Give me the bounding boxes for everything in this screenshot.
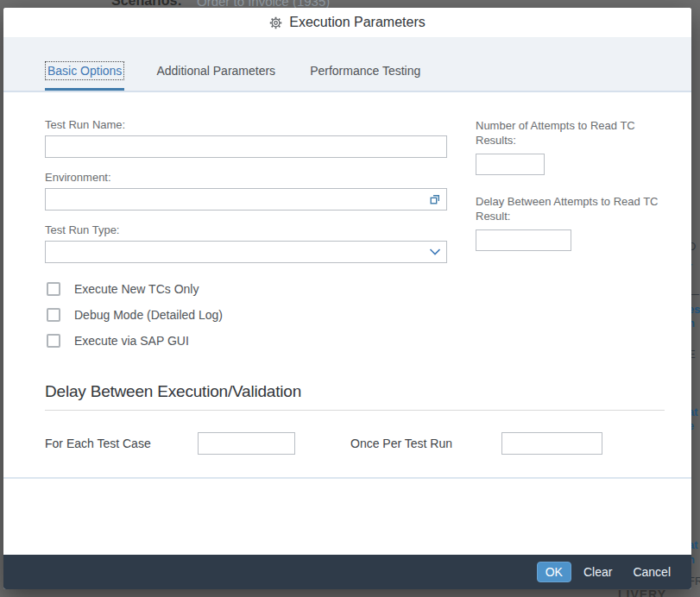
for-each-test-case-input[interactable] bbox=[198, 432, 295, 455]
dialog-footer: OK Clear Cancel bbox=[3, 555, 691, 589]
delay-section-title: Delay Between Execution/Validation bbox=[45, 382, 665, 401]
gear-icon bbox=[269, 16, 282, 29]
value-help-icon[interactable] bbox=[429, 193, 441, 205]
checkbox-box[interactable] bbox=[47, 308, 60, 322]
checkbox-execute-new-tcs-only[interactable]: Execute New TCs Only bbox=[45, 276, 447, 302]
section-divider bbox=[45, 410, 665, 411]
attempts-label: Number of Attempts to Read TC Results: bbox=[476, 118, 664, 148]
once-per-test-run-input[interactable] bbox=[501, 432, 602, 455]
dialog-header: Execution Parameters bbox=[3, 8, 691, 37]
tab-basic-options[interactable]: Basic Options bbox=[45, 62, 124, 91]
for-each-test-case-label: For Each Test Case bbox=[45, 437, 198, 450]
test-run-name-label: Test Run Name: bbox=[45, 118, 447, 131]
cancel-button[interactable]: Cancel bbox=[624, 562, 679, 582]
delay-attempts-input[interactable] bbox=[476, 229, 571, 251]
test-run-type-label: Test Run Type: bbox=[45, 223, 447, 236]
content-divider bbox=[3, 477, 691, 479]
checkbox-debug-mode[interactable]: Debug Mode (Detailed Log) bbox=[45, 302, 447, 328]
chevron-down-icon[interactable] bbox=[429, 248, 441, 256]
checkbox-execute-via-sap-gui[interactable]: Execute via SAP GUI bbox=[45, 328, 447, 354]
checkbox-box[interactable] bbox=[47, 334, 60, 348]
execution-parameters-dialog: Execution Parameters Basic Options Addit… bbox=[3, 8, 691, 589]
tab-additional-parameters[interactable]: Additional Parameters bbox=[154, 62, 278, 91]
delay-attempts-label: Delay Between Attempts to Read TC Result… bbox=[476, 194, 664, 223]
dialog-body: Test Run Name: Environment: bbox=[3, 92, 691, 555]
environment-label: Environment: bbox=[45, 171, 447, 184]
clear-button[interactable]: Clear bbox=[575, 562, 621, 582]
once-per-test-run-label: Once Per Test Run bbox=[350, 437, 501, 450]
test-run-type-select[interactable] bbox=[45, 241, 447, 263]
dialog-title: Execution Parameters bbox=[289, 15, 425, 30]
delay-section: Delay Between Execution/Validation For E… bbox=[45, 382, 665, 455]
environment-input[interactable] bbox=[45, 188, 447, 211]
tab-bar: Basic Options Additional Parameters Perf… bbox=[3, 37, 691, 92]
attempts-input[interactable] bbox=[476, 154, 545, 175]
ok-button[interactable]: OK bbox=[537, 562, 571, 582]
tab-performance-testing[interactable]: Performance Testing bbox=[307, 62, 423, 91]
test-run-name-input[interactable] bbox=[45, 135, 447, 158]
checkbox-box[interactable] bbox=[47, 282, 60, 296]
